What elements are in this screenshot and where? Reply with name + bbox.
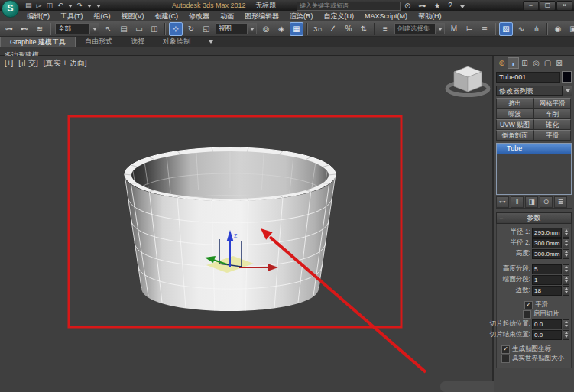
maximize-button[interactable]: ▢ xyxy=(540,1,556,11)
ribbon-tab-selection[interactable]: 选择 xyxy=(122,37,154,47)
cap-segs-field[interactable]: 1 xyxy=(532,275,562,285)
rectangular-selection-region-icon[interactable]: ▭ xyxy=(132,22,146,36)
curve-editor-icon[interactable]: ∿ xyxy=(514,22,528,36)
subscription-wrench-icon[interactable]: ⊶ xyxy=(414,1,430,11)
smooth-checkbox[interactable]: ✓ xyxy=(524,301,533,309)
menu-rendering[interactable]: 渲染(R) xyxy=(284,11,319,21)
tube-object[interactable] xyxy=(125,147,336,311)
select-by-name-icon[interactable]: ▤ xyxy=(117,22,131,36)
radius1-spinner[interactable] xyxy=(563,228,569,238)
slice-from-spinner[interactable] xyxy=(563,319,569,329)
object-color-swatch[interactable] xyxy=(562,71,572,83)
angle-snap-icon[interactable]: ∠ xyxy=(326,22,340,36)
lathe-button[interactable]: 车削 xyxy=(533,109,571,119)
edit-named-selection-sets-icon[interactable]: ≡ xyxy=(378,22,392,36)
graphite-ribbon-toggle-icon[interactable]: ▧ xyxy=(499,22,513,36)
dropdown-arrow-icon[interactable] xyxy=(247,24,256,34)
menu-views[interactable]: 视图(V) xyxy=(116,11,150,21)
search-icon[interactable]: ⊙ xyxy=(401,1,414,11)
show-end-result-icon[interactable]: ‖ xyxy=(511,196,524,208)
reference-coordinate-dropdown[interactable]: 视图 xyxy=(216,23,257,34)
dropdown-arrow-icon[interactable] xyxy=(89,24,99,34)
spinner-snap-icon[interactable]: ⇅ xyxy=(357,22,371,36)
hierarchy-tab-icon[interactable]: ⊞ xyxy=(519,57,530,69)
unlink-selection-icon[interactable]: ⊷ xyxy=(18,22,31,36)
favorites-star-icon[interactable]: ★ xyxy=(430,1,444,11)
ribbon-minimize-dropdown-icon[interactable] xyxy=(199,37,222,47)
material-editor-icon[interactable]: ◉ xyxy=(551,22,565,36)
make-unique-icon[interactable]: ◨ xyxy=(525,196,538,208)
motion-tab-icon[interactable]: ◎ xyxy=(530,57,542,69)
select-and-scale-icon[interactable]: ◱ xyxy=(199,22,213,36)
dropdown-arrow-icon[interactable] xyxy=(563,86,572,96)
undo-dropdown-icon[interactable] xyxy=(66,1,75,11)
bind-to-space-warp-icon[interactable]: ≋ xyxy=(33,22,47,36)
smooth-button[interactable]: 平滑 xyxy=(533,130,571,141)
radius2-field[interactable]: 300.0mm xyxy=(532,238,562,248)
modifier-stack[interactable]: Tube xyxy=(496,143,572,195)
select-and-manipulate-icon[interactable]: ◈ xyxy=(274,22,288,36)
use-pivot-center-icon[interactable]: ◎ xyxy=(259,22,273,36)
create-tab-icon[interactable]: ⊕ xyxy=(496,57,508,69)
menu-tools[interactable]: 工具(T) xyxy=(55,11,89,21)
menu-group[interactable]: 组(G) xyxy=(89,11,116,21)
named-selection-sets-dropdown[interactable]: 创建选择集 xyxy=(394,23,445,34)
modify-tab-icon[interactable]: ◗ xyxy=(508,57,519,69)
slice-to-field[interactable]: 0.0 xyxy=(532,330,562,340)
ribbon-tab-object-paint[interactable]: 对象绘制 xyxy=(154,37,199,47)
pin-stack-icon[interactable]: ⊶ xyxy=(496,196,509,208)
select-and-rotate-icon[interactable]: ↻ xyxy=(184,22,198,36)
sides-spinner[interactable] xyxy=(563,286,569,296)
align-icon[interactable]: ⊨ xyxy=(462,22,476,36)
modifier-list-dropdown[interactable]: 修改器列表 xyxy=(496,86,572,96)
taper-button[interactable]: 锥化 xyxy=(533,119,571,130)
display-tab-icon[interactable]: ▢ xyxy=(542,57,553,69)
mirror-icon[interactable]: M xyxy=(447,22,461,36)
dropdown-arrow-icon[interactable] xyxy=(435,24,444,34)
rollout-collapse-icon[interactable]: − xyxy=(497,214,505,223)
generate-mapping-checkbox[interactable]: ✓ xyxy=(501,345,510,354)
snap-toggle-3d-icon[interactable]: 3∩ xyxy=(311,22,325,36)
utilities-tab-icon[interactable]: ⊠ xyxy=(553,57,565,69)
keyboard-shortcut-override-icon[interactable]: ▦ xyxy=(290,22,303,36)
ribbon-tab-freeform[interactable]: 自由形式 xyxy=(76,37,122,47)
viewport-canvas[interactable]: z xyxy=(0,56,494,392)
select-and-move-icon[interactable]: ⊹ xyxy=(169,22,183,36)
viewport-pov-label[interactable]: [正交] xyxy=(18,59,38,67)
render-setup-icon[interactable]: ▣ xyxy=(566,22,574,36)
selection-filter-dropdown[interactable]: 全部 xyxy=(55,23,99,34)
toolbar-options-icon[interactable] xyxy=(94,1,103,11)
layer-manager-icon[interactable]: ≣ xyxy=(478,22,491,36)
remove-modifier-icon[interactable]: ⊖ xyxy=(540,196,553,208)
configure-modifier-sets-icon[interactable]: ≣ xyxy=(554,196,567,208)
parameters-rollout-header[interactable]: − 参数 xyxy=(496,212,572,224)
menu-modifiers[interactable]: 修改器 xyxy=(183,11,215,21)
close-button[interactable]: × xyxy=(556,1,572,11)
select-object-icon[interactable]: ↖ xyxy=(102,22,115,36)
minimize-button[interactable]: – xyxy=(523,1,539,11)
sides-field[interactable]: 18 xyxy=(532,286,562,296)
select-and-link-icon[interactable]: ⊶ xyxy=(2,22,16,36)
save-file-icon[interactable]: ◫ xyxy=(44,1,55,11)
infocenter-search-input[interactable]: 键入关键字或短语 xyxy=(297,2,401,11)
uvw-map-button[interactable]: UVW 贴图 xyxy=(496,119,533,130)
menu-animation[interactable]: 动画 xyxy=(215,11,239,21)
meshsmooth-button[interactable]: 网格平滑 xyxy=(533,98,571,109)
stack-item-tube[interactable]: Tube xyxy=(497,144,571,154)
ribbon-tab-graphite[interactable]: Graphite 建模工具 xyxy=(0,37,76,47)
menu-help[interactable]: 帮助(H) xyxy=(413,11,447,21)
menu-create[interactable]: 创建(C) xyxy=(150,11,184,21)
radius2-spinner[interactable] xyxy=(563,238,569,248)
help-icon[interactable]: ? xyxy=(444,1,456,11)
height-field[interactable]: 300.0mm xyxy=(532,249,562,259)
enable-slice-checkbox[interactable] xyxy=(523,310,531,319)
noise-button[interactable]: 噪波 xyxy=(496,109,533,119)
redo-dropdown-icon[interactable] xyxy=(85,1,94,11)
real-world-map-checkbox[interactable] xyxy=(501,355,510,363)
menu-maxscript[interactable]: MAXScript(M) xyxy=(359,11,413,21)
extrude-button[interactable]: 挤出 xyxy=(496,98,533,109)
slice-to-spinner[interactable] xyxy=(563,330,569,340)
viewport[interactable]: [+] [正交] [真实 + 边面] xyxy=(0,56,494,392)
menu-customize[interactable]: 自定义(U) xyxy=(319,11,360,21)
new-scene-icon[interactable]: ▤ xyxy=(23,1,34,11)
